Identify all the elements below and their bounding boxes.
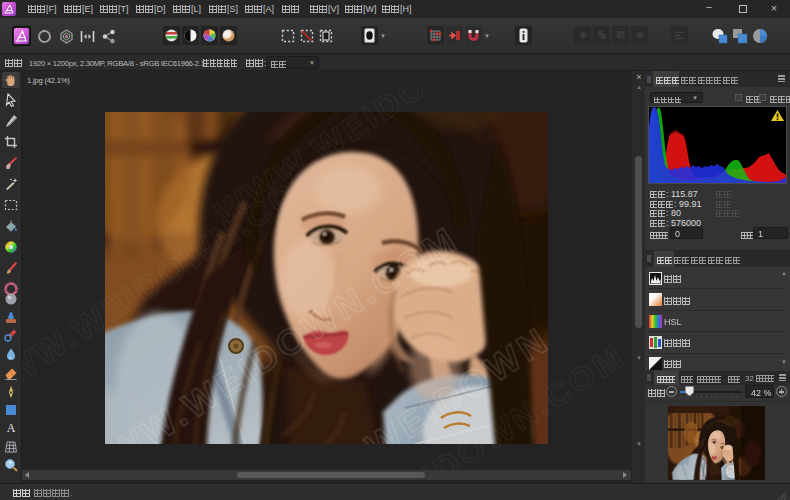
svg-text:WWW.WEIDOWN.COM: WWW.WEIDOWN.COM [268, 336, 631, 470]
svg-text:WWW.WEIDOWN.COM: WWW.WEIDOWN.COM [22, 156, 332, 411]
